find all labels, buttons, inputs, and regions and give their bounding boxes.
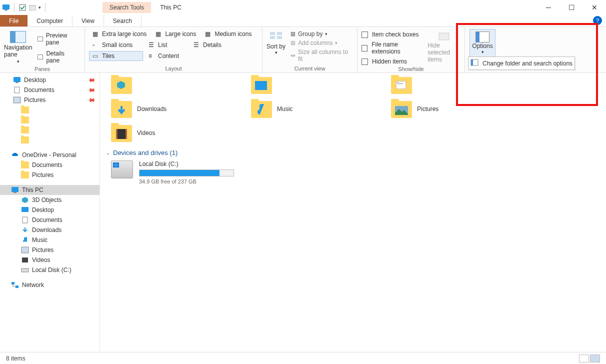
new-folder-icon[interactable] xyxy=(28,4,36,12)
options-label: Options xyxy=(472,42,492,50)
tree-network[interactable]: Network xyxy=(0,280,100,290)
details-pane-icon xyxy=(38,54,44,60)
content-area: Desktop📌 Documents📌 Pictures📌 OneDrive -… xyxy=(0,73,606,352)
tab-computer[interactable]: Computer xyxy=(28,15,72,26)
tab-view[interactable]: View xyxy=(72,15,104,26)
label: Downloads xyxy=(32,226,62,234)
svg-rect-31 xyxy=(126,129,127,139)
label: Desktop xyxy=(24,76,46,84)
view-content[interactable]: ≡Content xyxy=(145,51,182,61)
tree-desktop[interactable]: Desktop📌 xyxy=(0,75,100,85)
tiles-view-toggle[interactable] xyxy=(590,354,600,362)
svg-rect-0 xyxy=(2,4,10,10)
search-tools-tab[interactable]: Search Tools xyxy=(102,2,151,13)
folder-icon xyxy=(391,101,412,118)
file-panel[interactable]: Downloads Music Pictures Videos ⌄ Device… xyxy=(100,73,606,352)
folder-tile[interactable] xyxy=(251,75,361,95)
pictures-icon xyxy=(21,246,29,254)
label: Pictures xyxy=(32,172,54,178)
qat-dropdown-icon[interactable]: ▾ xyxy=(38,5,41,10)
tree-folder[interactable] xyxy=(0,105,100,115)
view-details[interactable]: ☰Details xyxy=(190,40,225,50)
navigation-tree[interactable]: Desktop📌 Documents📌 Pictures📌 OneDrive -… xyxy=(0,73,100,352)
details-view-toggle[interactable] xyxy=(579,354,589,362)
svg-rect-1 xyxy=(4,10,8,10)
svg-rect-8 xyxy=(439,33,449,40)
music-tile[interactable]: Music xyxy=(251,99,361,119)
tree-pc-downloads[interactable]: Downloads xyxy=(0,225,100,235)
tree-pc-desktop[interactable]: Desktop xyxy=(0,205,100,215)
group-by-button[interactable]: ⊞Group by ▾ xyxy=(288,30,353,38)
folder-tile[interactable] xyxy=(111,75,221,95)
sort-icon xyxy=(269,31,283,43)
tree-pc-pictures[interactable]: Pictures xyxy=(0,245,100,255)
group-label-showhide: Show/hide xyxy=(362,65,460,72)
tab-file[interactable]: File xyxy=(0,15,28,26)
videos-tile[interactable]: Videos xyxy=(111,123,221,143)
local-disk-tile[interactable]: Local Disk (C:) 34.9 GB free of 237 GB xyxy=(106,160,600,184)
tree-folder[interactable] xyxy=(0,115,100,125)
item-check-boxes-toggle[interactable]: Item check boxes xyxy=(362,31,424,38)
svg-rect-12 xyxy=(16,82,18,83)
folder-tile[interactable] xyxy=(391,75,501,95)
folder-icon xyxy=(21,106,29,114)
properties-icon[interactable] xyxy=(18,4,26,12)
view-medium-icons[interactable]: ▦Medium icons xyxy=(202,29,255,39)
view-large-icons[interactable]: ▦Large icons xyxy=(152,29,200,39)
tree-pictures[interactable]: Pictures📌 xyxy=(0,95,100,105)
preview-pane-button[interactable]: Preview pane xyxy=(36,31,80,47)
file-name-extensions-toggle[interactable]: File name extensions xyxy=(362,41,424,55)
change-folder-options-item[interactable]: Change folder and search options xyxy=(482,60,572,67)
devices-header-label: Devices and drives (1) xyxy=(113,149,178,156)
svg-rect-6 xyxy=(277,32,282,35)
add-columns-button[interactable]: ⊞Add columns ▾ xyxy=(288,39,353,47)
hide-selected-button: Hide selected items xyxy=(428,29,460,63)
tree-onedrive[interactable]: OneDrive - Personal xyxy=(0,150,100,160)
folder-icon xyxy=(391,77,412,94)
devices-section-header[interactable]: ⌄ Devices and drives (1) xyxy=(106,149,600,156)
help-icon[interactable]: ? xyxy=(593,16,602,25)
pin-icon: 📌 xyxy=(86,75,96,84)
checkbox-icon xyxy=(362,32,368,38)
md-label: Medium icons xyxy=(214,30,252,38)
size-columns-button[interactable]: ⇔Size all columns to fit xyxy=(288,48,353,63)
tree-pc-videos[interactable]: Videos xyxy=(0,255,100,265)
view-list[interactable]: ☰List xyxy=(145,40,188,50)
options-button[interactable]: Options ▾ Change folder and search optio… xyxy=(470,29,496,57)
close-button[interactable]: ✕ xyxy=(583,0,606,15)
svg-rect-27 xyxy=(397,84,403,84)
drive-free-text: 34.9 GB free of 237 GB xyxy=(139,178,234,184)
hidden-items-toggle[interactable]: Hidden items xyxy=(362,58,424,65)
tree-local-disk[interactable]: Local Disk (C:) xyxy=(0,265,100,275)
view-small-icons[interactable]: ▫Small icons xyxy=(89,40,143,50)
view-tiles[interactable]: ▭Tiles xyxy=(89,51,143,61)
tree-od-pictures[interactable]: Pictures xyxy=(0,170,100,180)
label: Desktop xyxy=(32,206,54,214)
group-label-current: Current view xyxy=(266,64,353,72)
tree-od-documents[interactable]: Documents xyxy=(0,160,100,170)
tree-3d-objects[interactable]: 3D Objects xyxy=(0,195,100,205)
preview-pane-label: Preview pane xyxy=(46,32,78,46)
minimize-button[interactable]: ─ xyxy=(537,0,560,15)
maximize-button[interactable]: ☐ xyxy=(560,0,583,15)
tree-folder[interactable] xyxy=(0,135,100,145)
tree-folder[interactable] xyxy=(0,125,100,135)
ribbon-group-panes: Navigation pane ▾ Preview pane Details p… xyxy=(0,27,85,72)
view-extra-large-icons[interactable]: ▦Extra large icons xyxy=(89,29,150,39)
pictures-tile[interactable]: Pictures xyxy=(391,99,501,119)
downloads-tile[interactable]: Downloads xyxy=(111,99,221,119)
tree-this-pc[interactable]: This PC xyxy=(0,185,100,195)
label: Videos xyxy=(32,256,50,264)
details-pane-button[interactable]: Details pane xyxy=(36,49,80,65)
tree-documents[interactable]: Documents📌 xyxy=(0,85,100,95)
tab-search[interactable]: Search xyxy=(104,15,142,26)
tree-pc-documents[interactable]: Documents xyxy=(0,215,100,225)
status-item-count: 8 items xyxy=(6,355,26,362)
ribbon-tabs: File Computer View Search ? xyxy=(0,15,606,27)
lg-icon: ▦ xyxy=(156,30,162,38)
sort-by-button[interactable]: Sort by ▾ xyxy=(266,29,286,55)
navigation-pane-button[interactable]: Navigation pane ▾ xyxy=(4,29,32,64)
documents-icon xyxy=(13,86,21,94)
tree-pc-music[interactable]: Music xyxy=(0,235,100,245)
group-label: Group by xyxy=(298,30,322,38)
